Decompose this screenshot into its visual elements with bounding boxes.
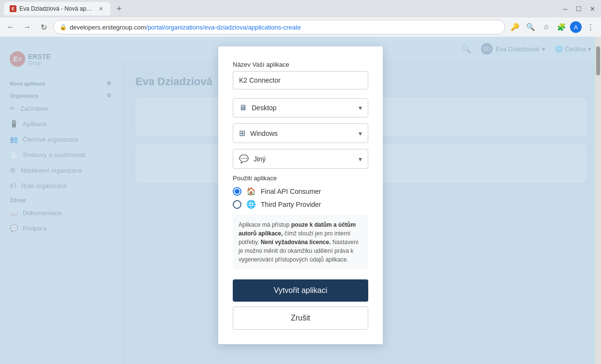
os-dropdown-left: ⊞ Windows xyxy=(239,129,278,138)
scrollbar-thumb xyxy=(596,46,600,75)
key-icon[interactable]: 🔑 xyxy=(508,20,522,34)
app-name-input[interactable] xyxy=(233,71,368,89)
radio-third-party-circle xyxy=(233,200,241,209)
bookmark-icon[interactable]: ☆ xyxy=(539,20,553,34)
platform-dropdown[interactable]: 🖥 Desktop ▾ xyxy=(233,98,368,117)
radio-final-api[interactable]: 🏠 Final API Consumer xyxy=(233,187,368,196)
forward-button[interactable]: → xyxy=(20,20,34,34)
address-url: developers.erstegroup.com/portal/organiz… xyxy=(70,24,499,31)
usage-radio-group: 🏠 Final API Consumer 🌐 Third Party Provi… xyxy=(233,187,368,209)
right-scrollbar[interactable] xyxy=(595,37,601,364)
page-content: E≡ ERSTE Group Nová aplikace ⚙ Organizac… xyxy=(0,37,601,364)
os-dropdown[interactable]: ⊞ Windows ▾ xyxy=(233,123,368,143)
new-tab-button[interactable]: + xyxy=(112,2,126,15)
extensions-icon[interactable]: 🧩 xyxy=(555,20,568,34)
modal-overlay: Název Vaší aplikace 🖥 Desktop ▾ ⊞ Window… xyxy=(0,37,601,364)
create-app-modal: Název Vaší aplikace 🖥 Desktop ▾ ⊞ Window… xyxy=(218,46,383,344)
url-domain: developers.erstegroup.com xyxy=(70,24,146,31)
lock-icon: 🔒 xyxy=(60,24,67,30)
type-dropdown[interactable]: 💬 Jiný ▾ xyxy=(233,149,368,169)
browser-chrome: E Eva Dziadziová - Nová aplikace ✕ + ─ ☐… xyxy=(0,0,601,37)
window-controls: ─ ☐ ✕ xyxy=(560,4,597,14)
platform-dropdown-left: 🖥 Desktop xyxy=(239,103,276,112)
active-tab[interactable]: E Eva Dziadziová - Nová aplikace ✕ xyxy=(4,2,110,15)
tab-close-button[interactable]: ✕ xyxy=(97,5,105,13)
tab-area: E Eva Dziadziová - Nová aplikace ✕ + xyxy=(4,2,560,15)
search-icon[interactable]: 🔍 xyxy=(524,20,537,34)
usage-description: Aplikace má přístup pouze k datům a účtů… xyxy=(233,215,368,270)
desc-bold-2: Není vyžadována licence. xyxy=(261,239,331,246)
radio-final-api-circle xyxy=(233,187,241,196)
other-icon: 💬 xyxy=(239,154,249,163)
profile-icon[interactable]: A xyxy=(570,21,582,33)
type-dropdown-left: 💬 Jiný xyxy=(239,154,266,163)
usage-label: Použití aplikace xyxy=(233,175,368,182)
platform-chevron-icon: ▾ xyxy=(359,104,362,112)
cancel-button[interactable]: Zrušit xyxy=(233,306,368,330)
close-window-button[interactable]: ✕ xyxy=(587,4,597,14)
desktop-icon: 🖥 xyxy=(239,103,247,112)
desc-text-1: Aplikace má přístup xyxy=(239,221,291,228)
url-path: /portal/organizations/eva-dziadziova/app… xyxy=(146,24,301,31)
menu-icon[interactable]: ⋮ xyxy=(584,20,597,34)
minimize-button[interactable]: ─ xyxy=(560,4,570,14)
type-label: Jiný xyxy=(254,155,266,163)
os-chevron-icon: ▾ xyxy=(359,130,362,137)
maximize-button[interactable]: ☐ xyxy=(574,4,584,14)
windows-icon: ⊞ xyxy=(239,129,245,138)
create-app-button[interactable]: Vytvořit aplikaci xyxy=(233,279,368,302)
radio-third-party-label: Third Party Provider xyxy=(261,201,321,208)
tab-favicon: E xyxy=(10,5,16,12)
radio-final-api-label: Final API Consumer xyxy=(261,188,321,195)
app-name-label: Název Vaší aplikace xyxy=(233,61,368,68)
home-icon: 🏠 xyxy=(246,187,256,196)
address-bar-row: ← → ↻ 🔒 developers.erstegroup.com/portal… xyxy=(0,17,601,37)
type-chevron-icon: ▾ xyxy=(359,155,362,163)
title-bar: E Eva Dziadziová - Nová aplikace ✕ + ─ ☐… xyxy=(0,0,601,17)
back-button[interactable]: ← xyxy=(4,20,17,34)
globe-icon: 🌐 xyxy=(246,200,256,209)
address-box[interactable]: 🔒 developers.erstegroup.com/portal/organ… xyxy=(53,20,505,34)
tab-title: Eva Dziadziová - Nová aplikace xyxy=(19,5,93,12)
os-label: Windows xyxy=(250,130,278,137)
reload-button[interactable]: ↻ xyxy=(37,20,50,34)
radio-third-party[interactable]: 🌐 Third Party Provider xyxy=(233,200,368,209)
toolbar-icons: 🔑 🔍 ☆ 🧩 A ⋮ xyxy=(508,20,597,34)
platform-label: Desktop xyxy=(252,104,276,112)
